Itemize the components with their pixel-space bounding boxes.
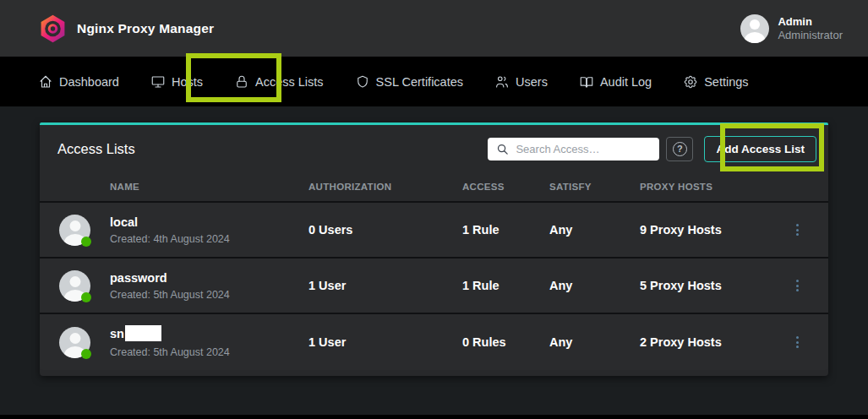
user-name: Admin [778, 15, 843, 29]
app-header: Nginx Proxy Manager Admin Administrator [0, 0, 868, 57]
row-menu-kebab-icon[interactable] [787, 330, 807, 354]
name-cell: sn Created: 5th August 2024 [110, 327, 308, 358]
avatar [59, 215, 90, 246]
access-cell: 0 Rules [462, 335, 549, 349]
users-icon [494, 74, 510, 90]
nginx-proxy-manager-logo [40, 14, 66, 43]
nav-label: Users [516, 75, 548, 89]
search-icon [496, 143, 509, 155]
redaction-box [125, 325, 161, 341]
table-row[interactable]: password Created: 5th August 2024 1 User… [40, 258, 828, 314]
user-avatar [740, 14, 769, 43]
access-cell: 1 Rule [462, 223, 549, 237]
add-access-list-button[interactable]: Add Access List [704, 136, 816, 162]
column-header-access: ACCESS [462, 182, 549, 192]
search-input[interactable] [488, 138, 659, 161]
nav-item-settings[interactable]: Settings [683, 74, 748, 90]
status-dot [81, 349, 91, 359]
nav-label: Settings [704, 75, 748, 89]
satisfy-cell: Any [549, 223, 640, 237]
satisfy-cell: Any [549, 279, 640, 292]
lock-icon [234, 74, 249, 90]
table-row[interactable]: sn Created: 5th August 2024 1 User 0 Rul… [40, 314, 828, 370]
user-role: Administrator [778, 29, 843, 42]
nav-item-users[interactable]: Users [494, 74, 548, 90]
nav-label: Audit Log [600, 75, 652, 89]
name-cell: local Created: 4th August 2024 [110, 215, 308, 245]
search-box [488, 138, 659, 161]
status-dot [81, 292, 91, 302]
app-title: Nginx Proxy Manager [77, 21, 214, 36]
name-cell: password Created: 5th August 2024 [110, 271, 308, 301]
nav-item-ssl-certificates[interactable]: SSL Certificates [355, 74, 463, 90]
column-header-name: NAME [110, 182, 308, 192]
main-nav: Dashboard Hosts Access Lists SSL Certifi… [0, 57, 868, 106]
authorization-cell: 0 Users [308, 223, 462, 237]
nav-item-access-lists[interactable]: Access Lists [234, 74, 324, 90]
avatar [59, 270, 90, 302]
proxy-hosts-cell: 2 Proxy Hosts [640, 335, 775, 349]
nav-label: SSL Certificates [376, 75, 463, 89]
access-lists-panel: Access Lists ? Add Access List NAME AUTH… [40, 122, 828, 376]
authorization-cell: 1 User [308, 335, 462, 349]
row-menu-kebab-icon[interactable] [787, 218, 807, 242]
proxy-hosts-cell: 5 Proxy Hosts [640, 279, 775, 292]
table-header-row: NAME AUTHORIZATION ACCESS SATISFY PROXY … [40, 172, 828, 203]
help-button[interactable]: ? [666, 137, 693, 161]
nav-label: Access Lists [255, 75, 324, 89]
page-title: Access Lists [57, 141, 135, 157]
satisfy-cell: Any [549, 335, 640, 349]
monitor-icon [150, 74, 166, 90]
access-cell: 1 Rule [462, 279, 549, 292]
column-header-authorization: AUTHORIZATION [308, 182, 462, 192]
question-mark-icon: ? [673, 142, 687, 156]
home-icon [38, 74, 53, 90]
nav-label: Hosts [172, 75, 203, 89]
column-header-satisfy: SATISFY [549, 182, 640, 192]
bottom-black-strip [0, 415, 868, 419]
nav-item-hosts[interactable]: Hosts [150, 74, 203, 90]
nav-label: Dashboard [59, 75, 119, 89]
gear-icon [683, 74, 698, 90]
nav-item-dashboard[interactable]: Dashboard [38, 74, 119, 90]
proxy-hosts-cell: 9 Proxy Hosts [640, 223, 775, 237]
shield-icon [355, 74, 370, 90]
screen: Nginx Proxy Manager Admin Administrator … [0, 0, 868, 419]
avatar [59, 327, 90, 358]
column-header-proxy-hosts: PROXY HOSTS [640, 182, 775, 192]
table-row[interactable]: local Created: 4th August 2024 0 Users 1… [40, 203, 828, 258]
book-icon [579, 74, 594, 90]
user-menu[interactable]: Admin Administrator [740, 14, 843, 43]
panel-header: Access Lists ? Add Access List [40, 125, 828, 172]
authorization-cell: 1 User [308, 279, 462, 292]
status-dot [81, 237, 91, 247]
nav-item-audit-log[interactable]: Audit Log [579, 74, 652, 90]
row-menu-kebab-icon[interactable] [787, 274, 807, 297]
